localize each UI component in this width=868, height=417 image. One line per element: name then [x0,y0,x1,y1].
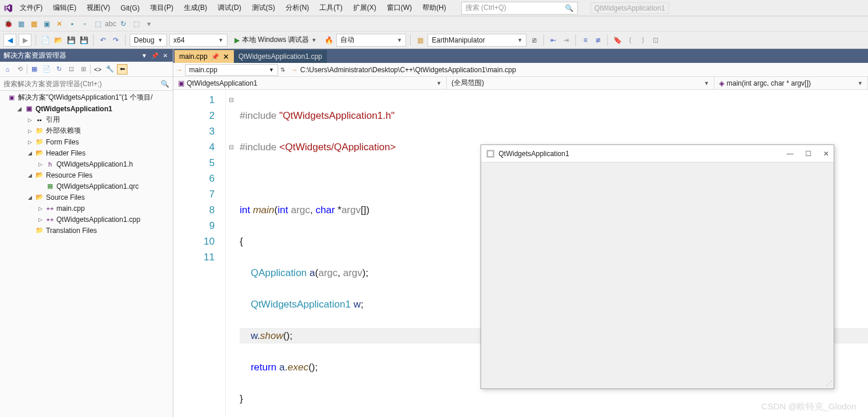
tool-icon[interactable]: ⊡ [66,64,76,75]
expand-icon[interactable]: ▷ [38,161,45,167]
tool-icon[interactable]: ⎚ [529,35,539,45]
pin-icon[interactable]: 📌 [151,51,159,59]
nav-back-button[interactable]: ◀ [3,34,16,47]
qrc-file-node[interactable]: ▦QtWidgetsApplication1.qrc [0,181,173,192]
tool-icon[interactable]: ▣ [42,19,51,29]
resize-grip-icon[interactable]: ⋰ [826,380,833,387]
combo-dropdown[interactable]: EarthManipulator▼ [428,34,527,47]
collapse-icon[interactable]: ◢ [28,150,35,156]
wrench-icon[interactable]: 🔧 [105,64,115,75]
menu-build[interactable]: 生成(B) [179,1,212,15]
tool-icon[interactable]: ▦ [29,19,38,29]
refresh-icon[interactable]: ↻ [54,64,64,75]
collapse-icon[interactable]: ◢ [28,195,35,200]
tool-icon[interactable]: ⬚ [93,19,102,29]
swap-icon[interactable]: ⇅ [280,66,285,73]
undo-icon[interactable]: ↶ [98,35,108,45]
menu-edit[interactable]: 编辑(E) [48,1,81,15]
qt-titlebar[interactable]: QtWidgetsApplication1 — ☐ ✕ [481,145,834,162]
fold-toggle[interactable]: ⊟ [226,139,236,155]
platform-dropdown[interactable]: x64▼ [169,34,227,47]
start-debug-button[interactable]: ▶ 本地 Windows 调试器 ▼ [230,35,321,45]
project-scope[interactable]: ▣ QtWidgetsApplication1 ▼ [173,77,447,89]
minimize-icon[interactable]: — [787,150,794,158]
home-icon[interactable]: ⌂ [2,64,13,75]
tab-app-cpp[interactable]: QtWidgetsApplication1.cpp [234,50,327,63]
menu-project[interactable]: 项目(P) [145,1,178,15]
outdent-icon[interactable]: ⇥ [561,35,571,45]
close-icon[interactable]: ✕ [161,51,169,59]
external-deps-node[interactable]: ▷📁外部依赖项 [0,125,173,136]
menu-extensions[interactable]: 扩展(X) [348,1,381,15]
tool-icon[interactable]: ⟨ [625,35,635,45]
pane-dropdown-icon[interactable]: ▼ [140,51,148,59]
sync-icon[interactable]: ⟲ [15,64,25,75]
fire-icon[interactable]: 🔥 [323,35,334,45]
collapse-icon[interactable]: ◢ [17,106,24,112]
menu-view[interactable]: 视图(V) [82,1,115,15]
solution-search-input[interactable] [3,80,161,88]
redo-icon[interactable]: ↷ [111,35,121,45]
resource-files-node[interactable]: ◢📂Resource Files [0,169,173,181]
header-files-node[interactable]: ◢📂Header Files [0,147,173,158]
tool-icon[interactable]: ▪ [67,19,77,29]
quick-search[interactable]: 搜索 (Ctrl+Q) 🔍 [461,2,578,15]
project-node[interactable]: ◢▣QtWidgetsApplication1 [0,103,173,114]
tool-icon[interactable]: abc [106,19,115,29]
solution-node[interactable]: ▣解决方案"QtWidgetsApplication1"(1 个项目/ [0,92,173,103]
source-files-node[interactable]: ◢📂Source Files [0,192,173,203]
header-file-node[interactable]: ▷hQtWidgetsApplication1.h [0,158,173,169]
auto-dropdown[interactable]: 自动▼ [336,34,406,47]
bookmark-icon[interactable]: 🔖 [612,35,622,45]
close-icon[interactable]: ✕ [823,150,829,158]
menu-help[interactable]: 帮助(H) [418,1,451,15]
fold-toggle[interactable]: ⊟ [226,92,236,108]
nav-arrow-icon[interactable]: → [176,66,183,74]
main-cpp-node[interactable]: ▷++main.cpp [0,203,173,214]
menu-window[interactable]: 窗口(W) [382,1,417,15]
solution-search[interactable]: 🔍 [0,77,173,91]
menu-debug[interactable]: 调试(D) [213,1,246,15]
tool-icon[interactable]: ▦ [415,35,425,45]
maximize-icon[interactable]: ☐ [805,150,812,158]
indent-icon[interactable]: ⇤ [548,35,558,45]
function-scope[interactable]: ◈ main(int argc, char * argv[]) ▼ [714,77,868,89]
expand-icon[interactable]: ▷ [38,217,45,222]
tool-icon[interactable]: ↻ [119,19,128,29]
view-toggle-icon[interactable]: ⬅ [117,64,127,75]
tool-icon[interactable]: ▾ [144,19,154,29]
expand-icon[interactable]: ▷ [28,139,35,145]
tool-icon[interactable]: 🐞 [3,19,13,29]
tool-icon[interactable]: ⊡ [650,35,661,45]
close-icon[interactable]: ✕ [223,52,229,61]
tool-icon[interactable]: 📄 [41,64,52,75]
menu-test[interactable]: 测试(S) [247,1,280,15]
global-scope[interactable]: (全局范围) ▼ [447,77,714,89]
new-icon[interactable]: 📄 [40,35,51,45]
menu-file[interactable]: 文件(F) [15,1,47,15]
menu-analyze[interactable]: 分析(N) [281,1,314,15]
translation-files-node[interactable]: 📁Translation Files [0,225,173,236]
collapse-icon[interactable]: ◢ [28,172,35,178]
expand-icon[interactable]: ▷ [28,117,35,123]
save-icon[interactable]: 💾 [66,35,76,45]
comment-icon[interactable]: ≡ [580,35,590,45]
references-node[interactable]: ▷▪▪引用 [0,114,173,125]
app-cpp-node[interactable]: ▷++QtWidgetsApplication1.cpp [0,214,173,225]
form-files-node[interactable]: ▷📁Form Files [0,136,173,147]
qt-app-window[interactable]: QtWidgetsApplication1 — ☐ ✕ ⋰ [481,144,834,389]
code-icon[interactable]: <> [93,64,103,75]
nav-forward-button[interactable]: ▶ [19,34,31,47]
tool-icon[interactable]: ⊞ [78,64,88,75]
tool-icon[interactable]: ✕ [55,19,64,29]
expand-icon[interactable]: ▷ [38,206,45,211]
expand-icon[interactable]: ▷ [28,128,35,134]
save-all-icon[interactable]: 💾 [79,35,89,45]
uncomment-icon[interactable]: ≢ [593,35,603,45]
menu-git[interactable]: Git(G) [116,2,144,15]
tool-icon[interactable]: ▫ [80,19,90,29]
config-dropdown[interactable]: Debug▼ [130,34,167,47]
open-icon[interactable]: 📂 [53,35,63,45]
tool-icon[interactable]: ⟩ [638,35,648,45]
tool-icon[interactable]: ⬚ [131,19,141,29]
